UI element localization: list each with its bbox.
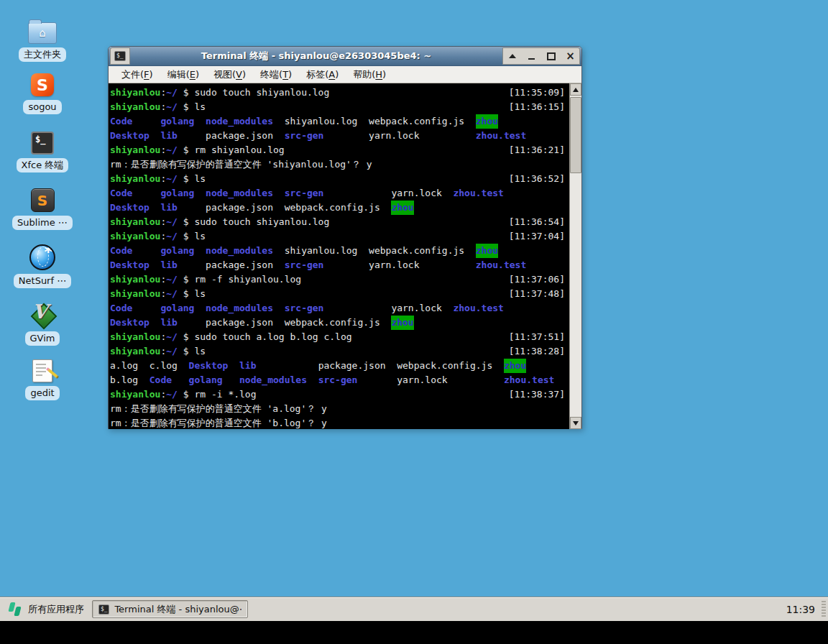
terminal-line: Desktop lib package.json webpack.config.… xyxy=(110,201,569,215)
desktop-icon-label: GVim xyxy=(25,331,60,346)
sublime-icon: S xyxy=(31,188,55,212)
shiyanlou-logo-icon xyxy=(9,602,22,617)
desktop-icon-netsurf[interactable]: * NetSurf ⋯ xyxy=(12,244,73,288)
terminal-line: shiyanlou:~/ $ sudo touch a.log b.log c.… xyxy=(110,330,569,344)
terminal-line: Desktop lib package.json webpack.config.… xyxy=(110,316,569,330)
terminal-window: $_ Terminal 终端 - shiyanlou@e26303045be4:… xyxy=(108,46,582,429)
terminal-line: rm：是否删除有写保护的普通空文件 'shiyanlou.log'？ y xyxy=(110,157,569,172)
sogou-icon: S xyxy=(31,73,54,96)
close-icon: × xyxy=(566,51,575,62)
timestamp: [11:37:04] xyxy=(509,229,565,244)
desktop-icon-label: 主文件夹 xyxy=(19,47,66,62)
shade-icon xyxy=(509,54,516,58)
window-titlebar[interactable]: $_ Terminal 终端 - shiyanlou@e26303045be4:… xyxy=(109,47,581,66)
desktop-icon-label: Xfce 终端 xyxy=(17,158,69,172)
timestamp: [11:36:54] xyxy=(509,215,565,229)
desktop-icon-label: gedit xyxy=(25,386,59,400)
taskbar-window-button[interactable]: $_ Terminal 终端 - shiyanlou@⋯ xyxy=(92,600,248,618)
arrow-up-icon xyxy=(573,88,579,92)
menu-item-help[interactable]: 帮助(H) xyxy=(347,67,392,83)
gvim-icon: V xyxy=(29,302,55,328)
terminal-line: shiyanlou:~/ $ sudo touch shiyanlou.log[… xyxy=(110,86,569,100)
menu-item-tabs[interactable]: 标签(A) xyxy=(300,67,344,83)
terminal-line: Code golang node_modules src-gen yarn.lo… xyxy=(110,301,569,316)
minimize-button[interactable] xyxy=(527,52,536,61)
timestamp: [11:37:51] xyxy=(509,330,565,344)
netsurf-globe-icon: * xyxy=(29,244,55,270)
shade-button[interactable] xyxy=(507,52,517,61)
terminal-line: shiyanlou:~/ $ ls[11:37:48] xyxy=(110,287,569,301)
desktop-icon-label: sogou xyxy=(23,100,61,114)
timestamp: [11:38:28] xyxy=(509,344,565,359)
timestamp: [11:37:06] xyxy=(509,272,565,287)
terminal-line: b.log Code golang node_modules src-gen y… xyxy=(110,373,569,387)
window-title: Terminal 终端 - shiyanlou@e26303045be4: ~ xyxy=(130,50,502,63)
window-buttons: × xyxy=(502,47,580,65)
window-menu-button[interactable]: $_ xyxy=(110,47,130,65)
menu-item-view[interactable]: 视图(V) xyxy=(208,67,252,83)
timestamp: [11:36:15] xyxy=(509,100,565,114)
desktop-icon-xfce-terminal[interactable]: $_ Xfce 终端 xyxy=(12,132,73,172)
timestamp: [11:37:48] xyxy=(509,287,565,301)
desktop-icon-home-folder[interactable]: ⌂ 主文件夹 xyxy=(12,19,73,62)
timestamp: [11:38:37] xyxy=(509,387,565,402)
timestamp: [11:36:52] xyxy=(509,172,565,186)
clock: 11:39 xyxy=(786,598,815,621)
menu-item-file[interactable]: 文件(F) xyxy=(116,67,159,83)
terminal-line: rm：是否删除有写保护的普通空文件 'a.log'？ y xyxy=(110,402,569,416)
terminal-line: shiyanlou:~/ $ rm -i *.log[11:38:37] xyxy=(110,387,569,402)
terminal-icon: $_ xyxy=(31,132,54,155)
terminal-line: rm：是否删除有写保护的普通空文件 'b.log'？ y xyxy=(110,416,569,429)
terminal-line: shiyanlou:~/ $ sudo touch shiyanlou.log[… xyxy=(110,215,569,229)
taskbar: 所有应用程序 $_ Terminal 终端 - shiyanlou@⋯ 11:3… xyxy=(0,597,828,621)
maximize-button[interactable] xyxy=(546,52,556,61)
scrollbar-thumb[interactable] xyxy=(570,97,581,173)
arrow-down-icon xyxy=(573,421,579,426)
terminal-line: shiyanlou:~/ $ ls[11:36:15] xyxy=(110,100,569,114)
all-applications-label: 所有应用程序 xyxy=(28,603,84,616)
terminal-line: shiyanlou:~/ $ rm shiyanlou.log[11:36:21… xyxy=(110,143,569,157)
terminal-line: Code golang node_modules shiyanlou.log w… xyxy=(110,244,569,258)
terminal-line: shiyanlou:~/ $ ls[11:37:04] xyxy=(110,229,569,244)
home-folder-icon: ⌂ xyxy=(28,22,57,44)
screen-bottom-strip xyxy=(0,621,828,644)
desktop-icon-sogou[interactable]: S sogou xyxy=(12,73,73,114)
terminal-line: Desktop lib package.json src-gen yarn.lo… xyxy=(110,258,569,272)
menu-item-terminal[interactable]: 终端(T) xyxy=(254,67,298,83)
desktop-icon-label: Sublime ⋯ xyxy=(12,216,73,230)
minimize-icon xyxy=(528,58,535,60)
timestamp: [11:36:21] xyxy=(509,143,565,157)
scroll-down-button[interactable] xyxy=(570,417,581,429)
terminal-line: shiyanlou:~/ $ ls[11:38:28] xyxy=(110,344,569,359)
terminal-line: shiyanlou:~/ $ rm -f shiyanlou.log[11:37… xyxy=(110,272,569,287)
taskbar-window-label: Terminal 终端 - shiyanlou@⋯ xyxy=(114,603,242,616)
terminal-line: a.log c.log Desktop lib package.json web… xyxy=(110,359,569,373)
scrollbar xyxy=(569,83,581,429)
desktop-icon-sublime[interactable]: S Sublime ⋯ xyxy=(12,188,73,230)
desktop-icon-label: NetSurf ⋯ xyxy=(14,274,71,288)
maximize-icon xyxy=(547,52,556,60)
terminal-icon: $_ xyxy=(98,604,109,615)
terminal-icon: $_ xyxy=(114,51,126,61)
terminal-line: Code golang node_modules src-gen yarn.lo… xyxy=(110,186,569,201)
desktop-icon-gedit[interactable]: gedit xyxy=(12,359,73,400)
scroll-up-button[interactable] xyxy=(570,83,581,96)
menu-item-edit[interactable]: 编辑(E) xyxy=(162,67,205,83)
terminal-output[interactable]: shiyanlou:~/ $ sudo touch shiyanlou.log[… xyxy=(109,83,569,429)
timestamp: [11:35:09] xyxy=(509,86,565,100)
scrollbar-track[interactable] xyxy=(570,96,581,417)
desktop: ⌂ 主文件夹 S sogou $_ Xfce 终端 S Sublime ⋯ * … xyxy=(0,0,828,644)
all-applications-button[interactable]: 所有应用程序 xyxy=(4,598,88,621)
desktop-icon-gvim[interactable]: V GVim xyxy=(12,302,73,346)
terminal-line: shiyanlou:~/ $ ls[11:36:52] xyxy=(110,172,569,186)
menubar: 文件(F)编辑(E)视图(V)终端(T)标签(A)帮助(H) xyxy=(109,66,581,83)
terminal-line: Desktop lib package.json src-gen yarn.lo… xyxy=(110,129,569,143)
close-button[interactable]: × xyxy=(566,52,575,61)
terminal-area: shiyanlou:~/ $ sudo touch shiyanlou.log[… xyxy=(109,83,581,429)
gedit-icon xyxy=(32,359,52,382)
terminal-line: Code golang node_modules shiyanlou.log w… xyxy=(110,114,569,129)
panel-handle[interactable] xyxy=(822,601,826,618)
